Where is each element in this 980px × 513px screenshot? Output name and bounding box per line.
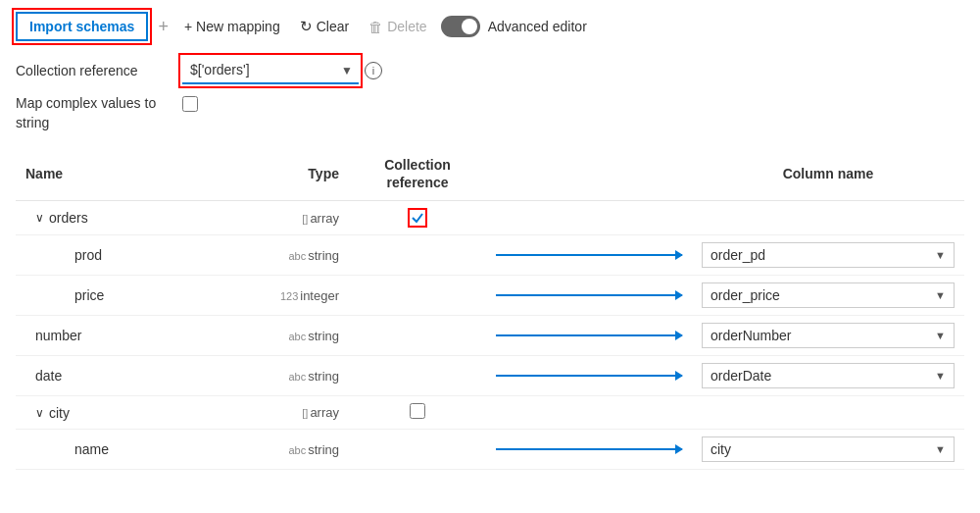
column-name-dropdown[interactable]: orderDate ▼ <box>702 363 955 388</box>
arrow-line <box>496 254 682 256</box>
plus-icon: + <box>184 19 192 34</box>
header-column-name: Column name <box>692 148 964 200</box>
cell-type: abcstring <box>231 315 359 355</box>
advanced-editor-toggle[interactable] <box>441 16 480 37</box>
cell-arrow <box>476 200 692 234</box>
type-prefix: abc <box>288 331 306 342</box>
info-icon[interactable]: i <box>365 62 382 79</box>
column-name-dropdown[interactable]: order_pd ▼ <box>702 242 955 268</box>
delete-label: Delete <box>387 19 426 34</box>
arrow-line <box>496 334 682 336</box>
cell-collection-ref <box>359 355 476 395</box>
column-name-dropdown[interactable]: city ▼ <box>702 436 955 462</box>
cell-arrow <box>476 315 692 355</box>
row-name: prod <box>25 247 102 263</box>
row-name: number <box>25 328 81 343</box>
cell-column-name <box>692 395 964 429</box>
clear-label: Clear <box>317 19 349 34</box>
refresh-icon: ↻ <box>300 18 313 35</box>
row-name: price <box>25 287 104 303</box>
import-schemas-button[interactable]: Import schemas <box>16 12 148 41</box>
type-prefix: abc <box>288 371 306 383</box>
chevron-down-icon[interactable]: ∨ <box>35 406 44 420</box>
row-name: name <box>25 441 109 457</box>
mapping-table: Name Type Collection reference Column na… <box>16 148 964 469</box>
delete-button[interactable]: 🗑 Delete <box>363 15 432 39</box>
mapping-arrow <box>486 375 682 377</box>
header-type: Type <box>231 148 359 200</box>
map-complex-label: Map complex values to string <box>16 94 172 132</box>
cell-column-name: order_price ▼ <box>692 275 964 315</box>
cell-type: []array <box>231 200 359 234</box>
arrow-line <box>496 448 682 450</box>
cell-type: []array <box>231 395 359 429</box>
chevron-down-icon: ▼ <box>935 249 946 261</box>
cell-arrow <box>476 234 692 275</box>
column-name-value: order_price <box>710 287 780 303</box>
mapping-arrow <box>486 448 682 450</box>
type-prefix: abc <box>288 250 306 262</box>
type-value: integer <box>300 288 339 303</box>
cell-column-name <box>692 200 964 234</box>
toggle-knob <box>462 19 477 34</box>
mapping-arrow <box>486 334 682 336</box>
collection-ref-checkbox-checked[interactable] <box>408 208 427 228</box>
advanced-editor-label: Advanced editor <box>488 19 587 34</box>
header-arrow <box>476 148 692 200</box>
type-value: string <box>308 369 339 384</box>
row-name: city <box>49 405 70 421</box>
cell-type: 123integer <box>231 275 359 315</box>
table-row: ∨ city []array <box>16 395 964 429</box>
cell-column-name: orderNumber ▼ <box>692 315 964 355</box>
cell-column-name: city ▼ <box>692 429 964 469</box>
header-name: Name <box>16 148 231 200</box>
map-complex-row: Map complex values to string <box>16 94 964 132</box>
type-value: array <box>310 405 339 420</box>
table-row: ∨ orders []array <box>16 200 964 234</box>
cell-arrow <box>476 395 692 429</box>
table-row: nameabcstring city ▼ <box>16 429 964 469</box>
mapping-arrow <box>486 254 682 256</box>
type-value: string <box>308 248 339 263</box>
table-header-row: Name Type Collection reference Column na… <box>16 148 964 200</box>
type-value: string <box>308 329 339 343</box>
cell-collection-ref <box>359 200 476 234</box>
cell-collection-ref <box>359 429 476 469</box>
chevron-down-icon[interactable]: ∨ <box>35 211 44 225</box>
cell-collection-ref <box>359 395 476 429</box>
cell-type: abcstring <box>231 234 359 275</box>
toolbar: Import schemas + + New mapping ↻ Clear 🗑… <box>16 12 964 41</box>
collection-reference-row: Collection reference $['orders'] ▼ i <box>16 57 964 84</box>
cell-name: ∨ city <box>16 395 231 429</box>
cell-arrow <box>476 355 692 395</box>
cell-collection-ref <box>359 315 476 355</box>
collection-ref-label: Collection reference <box>16 63 172 78</box>
column-name-dropdown[interactable]: orderNumber ▼ <box>702 323 955 348</box>
separator: + <box>158 17 169 37</box>
chevron-down-icon: ▼ <box>935 330 946 341</box>
cell-arrow <box>476 429 692 469</box>
type-prefix: [] <box>302 407 308 419</box>
collection-ref-checkbox[interactable] <box>410 403 425 419</box>
collection-ref-select[interactable]: $['orders'] <box>182 57 359 84</box>
collection-ref-dropdown-wrapper: $['orders'] ▼ i <box>182 57 382 84</box>
type-prefix: abc <box>288 444 306 456</box>
cell-name: date <box>16 355 231 395</box>
map-complex-checkbox[interactable] <box>182 96 198 112</box>
column-name-dropdown[interactable]: order_price ▼ <box>702 282 955 308</box>
header-collection-ref: Collection reference <box>359 148 476 200</box>
table-row: dateabcstring orderDate ▼ <box>16 355 964 395</box>
cell-arrow <box>476 275 692 315</box>
cell-name: ∨ orders <box>16 200 231 234</box>
clear-button[interactable]: ↻ Clear <box>294 14 355 39</box>
chevron-down-icon: ▼ <box>935 370 946 382</box>
new-mapping-button[interactable]: + New mapping <box>178 15 286 38</box>
table-row: price123integer order_price ▼ <box>16 275 964 315</box>
type-prefix: 123 <box>280 290 298 302</box>
cell-collection-ref <box>359 275 476 315</box>
arrow-line <box>496 294 682 296</box>
type-value: array <box>310 211 339 226</box>
cell-name: number <box>16 315 231 355</box>
table-row: numberabcstring orderNumber ▼ <box>16 315 964 355</box>
table-row: prodabcstring order_pd ▼ <box>16 234 964 275</box>
